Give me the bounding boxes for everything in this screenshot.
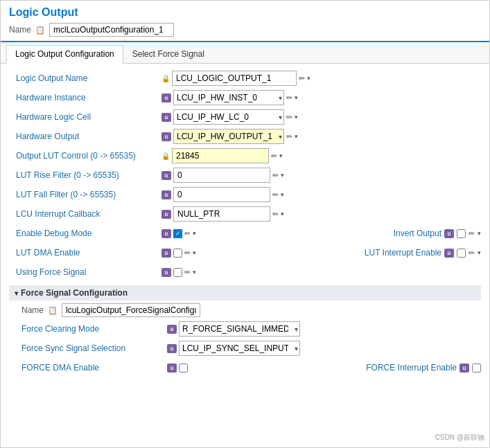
pencil-icon-logic[interactable]: ✏ [286, 113, 292, 122]
pencil-icon-rise[interactable]: ✏ [272, 171, 279, 180]
config-name-input[interactable] [49, 23, 174, 37]
logic-output-name-input[interactable] [172, 71, 297, 86]
pencil-icon-dma[interactable]: ✏ [184, 249, 191, 258]
label-force-sync: Force Sync Signal Selection [15, 343, 167, 353]
arrow-icon-debug[interactable]: ▾ [193, 230, 196, 237]
ue-badge-force-int: ü [460, 364, 469, 373]
half-left-dma: ü ✏ ▾ [161, 249, 351, 258]
control-lut-rise: ü ✏ ▾ [161, 168, 481, 183]
hardware-logic-select[interactable]: LCU_IP_HW_LC_0 [173, 109, 284, 125]
ue-badge-interrupt: ü [161, 210, 171, 219]
control-lcu-interrupt: ü ✏ ▾ [161, 206, 481, 222]
force-sync-select[interactable]: LCU_IP_SYNC_SEL_INPUT0 [179, 341, 300, 356]
arrow-icon-fall[interactable]: ▾ [281, 191, 284, 198]
row-hardware-output: Hardware Output ü LCU_IP_HW_OUTPUT_1 ✏ ▾ [9, 127, 481, 145]
hardware-instance-select[interactable]: LCU_IP_HW_INST_0 [173, 90, 284, 105]
row-hardware-logic: Hardware Logic Cell ü LCU_IP_HW_LC_0 ✏ ▾ [9, 108, 481, 126]
half-right-invert: Invert Output ü ✏ ▾ [394, 229, 481, 238]
name-icon: 📋 [35, 26, 45, 35]
row-force-clearing: Force Clearing Mode ü R_FORCE_SIGNAL_IMM… [15, 320, 481, 338]
ue-badge-sync: ü [167, 344, 177, 353]
lut-interrupt-checkbox[interactable] [457, 249, 466, 258]
label-invert-output: Invert Output [394, 229, 441, 238]
select-wrapper-sync: LCU_IP_SYNC_SEL_INPUT0 [179, 341, 300, 356]
half-right-lut-int: LUT Interrupt Enable ü ✏ ▾ [365, 248, 481, 258]
pencil-icon-hw[interactable]: ✏ [286, 93, 292, 102]
row-force-dma: FORCE DMA Enable ü FORCE Interrupt Enabl… [15, 359, 481, 377]
invert-output-checkbox[interactable] [457, 229, 466, 238]
lut-dma-checkbox[interactable] [173, 249, 182, 258]
arrow-icon-interrupt[interactable]: ▾ [281, 210, 284, 217]
lut-rise-input[interactable] [173, 168, 270, 183]
ue-badge-force: ü [161, 268, 171, 277]
pencil-icon-interrupt[interactable]: ✏ [272, 210, 279, 219]
arrow-icon-lut-int[interactable]: ▾ [478, 249, 481, 256]
force-dma-checkbox[interactable] [179, 364, 188, 373]
control-logic-output-name: 🔒 ✏ ▾ [161, 71, 481, 86]
force-config-content: Name 📋 Force Clearing Mode ü R_FORCE_SIG… [9, 303, 481, 377]
tab-select-force-signal[interactable]: Select Force Signal [123, 45, 213, 63]
arrow-icon-logic[interactable]: ▾ [295, 114, 298, 120]
control-using-force: ü ✏ ▾ [161, 268, 481, 277]
row-lut-fall: LUT Fall Filter (0 -> 65535) ü ✏ ▾ [9, 186, 481, 204]
pencil-icon-out[interactable]: ✏ [286, 132, 292, 141]
label-force-interrupt: FORCE Interrupt Enable [366, 363, 457, 373]
arrow-icon-lut[interactable]: ▾ [279, 152, 283, 159]
label-lcu-interrupt: LCU Interrupt Callback [9, 209, 161, 219]
pencil-icon-force[interactable]: ✏ [184, 268, 191, 277]
pencil-icon-invert[interactable]: ✏ [469, 229, 475, 238]
force-clearing-select[interactable]: R_FORCE_SIGNAL_IMMEDIATE [179, 321, 300, 337]
label-debug-mode: Enable Debug Mode [9, 229, 161, 238]
row-output-lut: Output LUT Control (0 -> 65535) 🔒 ✏ ▾ [9, 147, 481, 165]
ue-badge-lut-int: ü [444, 249, 454, 258]
force-interrupt-checkbox[interactable] [472, 364, 481, 373]
ue-badge-fall: ü [161, 190, 171, 199]
output-lut-input[interactable] [172, 148, 269, 163]
arrow-icon-force[interactable]: ▾ [193, 269, 196, 276]
tab-logic-output-config[interactable]: Logic Output Configuration [6, 45, 123, 64]
force-signal-checkbox[interactable] [173, 268, 182, 277]
label-using-force: Using Force Signal [9, 267, 161, 277]
arrow-down-icon[interactable]: ▾ [307, 75, 310, 82]
pencil-icon-lut-int[interactable]: ✏ [469, 249, 475, 258]
label-lut-dma: LUT DMA Enable [9, 248, 161, 258]
arrow-icon-hw[interactable]: ▾ [295, 94, 298, 101]
arrow-icon-out[interactable]: ▾ [295, 133, 298, 140]
lcu-interrupt-input[interactable] [173, 206, 270, 222]
inline-pair-debug: ü ✓ ✏ ▾ Invert Output ü ✏ ▾ [161, 229, 481, 238]
label-lut-rise: LUT Rise Filter (0 -> 65535) [9, 170, 161, 180]
row-lut-dma: LUT DMA Enable ü ✏ ▾ LUT Interrupt Enabl… [9, 244, 481, 262]
control-output-lut: 🔒 ✏ ▾ [161, 148, 481, 163]
label-hardware-logic: Hardware Logic Cell [9, 112, 161, 122]
pencil-icon-lut[interactable]: ✏ [271, 152, 277, 161]
ue-badge-hw-logic: ü [161, 113, 171, 122]
row-logic-output-name: Logic Output Name 🔒 ✏ ▾ [9, 69, 481, 87]
section-force-config: ▾ Force Signal Configuration [9, 285, 481, 301]
hardware-output-select[interactable]: LCU_IP_HW_OUTPUT_1 [173, 129, 284, 144]
page-title: Logic Output [9, 6, 481, 19]
half-right-force-int: FORCE Interrupt Enable ü [366, 363, 481, 373]
debug-mode-checkbox[interactable]: ✓ [173, 229, 182, 238]
label-force-clearing: Force Clearing Mode [15, 324, 167, 334]
lut-fall-input[interactable] [173, 187, 270, 202]
lock-icon: 🔒 [161, 75, 170, 82]
force-name-icon: 📋 [48, 306, 58, 315]
control-force-clearing: ü R_FORCE_SIGNAL_IMMEDIATE [167, 321, 481, 337]
section-arrow-icon[interactable]: ▾ [15, 289, 18, 297]
select-wrapper-hw-logic: LCU_IP_HW_LC_0 [173, 109, 284, 125]
row-debug-mode: Enable Debug Mode ü ✓ ✏ ▾ Invert Output … [9, 224, 481, 242]
ue-badge-rise: ü [161, 171, 171, 180]
select-wrapper-clearing: R_FORCE_SIGNAL_IMMEDIATE [179, 321, 300, 337]
arrow-icon-invert[interactable]: ▾ [478, 230, 481, 237]
label-lut-fall: LUT Fall Filter (0 -> 65535) [9, 190, 161, 199]
ue-badge-dma: ü [161, 249, 171, 258]
control-hardware-logic: ü LCU_IP_HW_LC_0 ✏ ▾ [161, 109, 481, 125]
ue-badge-invert: ü [444, 229, 454, 238]
arrow-icon-dma[interactable]: ▾ [193, 249, 196, 256]
inline-pair-force-dma: ü FORCE Interrupt Enable ü [167, 363, 481, 373]
pencil-icon-fall[interactable]: ✏ [272, 190, 279, 199]
arrow-icon-rise[interactable]: ▾ [281, 172, 284, 179]
pencil-icon[interactable]: ✏ [299, 74, 305, 83]
force-config-name-input[interactable] [62, 303, 200, 317]
pencil-icon-debug[interactable]: ✏ [184, 229, 191, 238]
